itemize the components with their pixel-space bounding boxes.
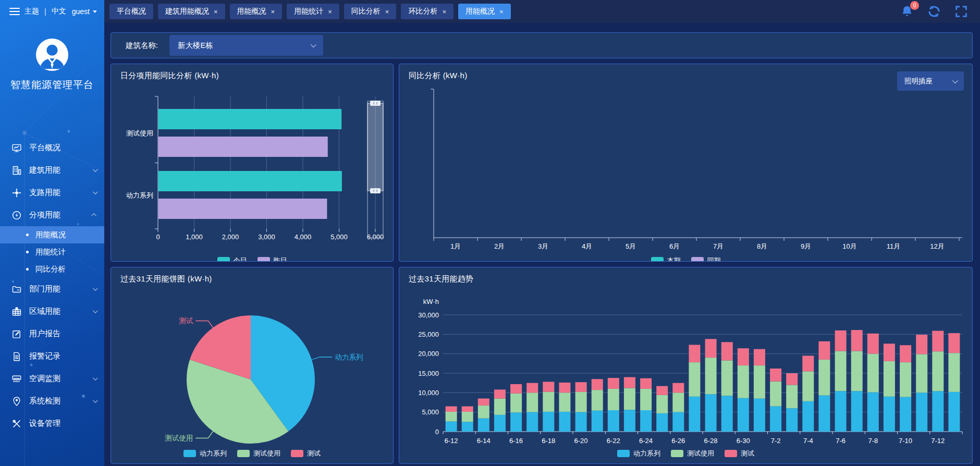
tab-label: 用能概况 <box>237 7 266 16</box>
svg-text:15,000: 15,000 <box>418 370 439 377</box>
svg-text:测试使用: 测试使用 <box>165 434 193 442</box>
svg-text:测试使用: 测试使用 <box>126 129 153 137</box>
svg-text:6,000: 6,000 <box>367 233 384 241</box>
sidebar-menu: 平台概况建筑用能支路用能分项用能用能概况用能统计同比分析部门用能区域用能用户报告… <box>0 137 104 435</box>
sidebar-item-device-management[interactable]: 设备管理 <box>0 412 104 435</box>
chevron-down-icon <box>93 286 98 291</box>
tab-close-icon[interactable]: × <box>442 8 446 15</box>
tab-close-icon[interactable]: × <box>499 8 504 15</box>
yoy-legend-item[interactable]: 同期 <box>691 256 721 262</box>
sidebar-subitem-energy-stats[interactable]: 用能统计 <box>0 243 104 261</box>
header-divider: | <box>44 7 46 16</box>
pie-legend-item[interactable]: 测试 <box>291 449 321 458</box>
svg-text:12月: 12月 <box>930 242 944 250</box>
sidebar-item-platform-overview[interactable]: 平台概况 <box>0 137 104 159</box>
svg-text:7-8: 7-8 <box>868 437 878 445</box>
svg-text:2,000: 2,000 <box>222 233 239 241</box>
pie-legend-item[interactable]: 动力系列 <box>183 449 227 458</box>
sidebar-item-system-check[interactable]: 系统检测 <box>0 390 104 412</box>
daily-yoy-legend-item[interactable]: 昨日 <box>258 256 287 262</box>
chevron-up-icon <box>91 213 96 218</box>
tab-label: 平台概况 <box>117 7 146 16</box>
svg-text:2月: 2月 <box>494 242 505 250</box>
trend-legend-item[interactable]: 动力系列 <box>617 449 660 458</box>
sidebar-subitem-energy-overview[interactable]: 用能概况 <box>0 226 104 243</box>
tab-building-energy-overview[interactable]: 建筑用能概况× <box>158 4 225 19</box>
building-select[interactable]: 新大楼E栋 <box>169 35 323 56</box>
tools-icon <box>11 419 22 429</box>
trend-legend-item[interactable]: 测试 <box>725 449 754 458</box>
yoy-line-chart: 1月2月3月4月5月6月7月8月9月10月11月12月 <box>399 64 973 261</box>
bullet-icon <box>26 251 29 253</box>
theme-switch[interactable]: 主题 <box>24 7 39 16</box>
tab-energy-overview-2[interactable]: 用能概况× <box>458 4 511 19</box>
chevron-down-icon <box>93 375 98 381</box>
sidebar-item-department-energy[interactable]: 部门用能 <box>0 278 104 300</box>
svg-text:30,000: 30,000 <box>418 311 439 319</box>
person-icon <box>36 39 68 71</box>
sidebar-item-branch-energy[interactable]: 支路用能 <box>0 181 104 204</box>
sidebar-subitem-label: 同比分析 <box>35 264 66 274</box>
bullet-icon <box>26 268 29 271</box>
svg-text:20,000: 20,000 <box>418 350 439 358</box>
sidebar-item-label: 建筑用能 <box>29 165 60 175</box>
tab-platform-overview[interactable]: 平台概况 <box>109 4 153 19</box>
trend-legend-item[interactable]: 测试使用 <box>671 449 714 458</box>
fullscreen-button[interactable] <box>954 4 969 19</box>
tab-bar: 平台概况建筑用能概况×用能概况×用能统计×同比分析×环比分析×用能概况× <box>104 4 511 19</box>
user-menu[interactable]: guest <box>72 7 97 16</box>
topbar: 平台概况建筑用能概况×用能概况×用能统计×同比分析×环比分析×用能概况× 0 <box>104 0 980 23</box>
svg-text:10,000: 10,000 <box>418 389 439 397</box>
folder-icon <box>11 284 22 295</box>
building-select-value: 新大楼E栋 <box>178 41 213 51</box>
svg-text:0: 0 <box>435 428 439 436</box>
svg-text:6-12: 6-12 <box>445 437 458 445</box>
panel-yoy-line: 同比分析 (kW·h) 照明插座 1月2月3月4月5月6月7月8月9月10月11… <box>399 64 973 262</box>
sidebar-item-ac-monitor[interactable]: 空调监测 <box>0 367 104 390</box>
notifications-button[interactable]: 0 <box>900 4 914 19</box>
menu-toggle-icon[interactable] <box>9 6 20 17</box>
chevron-down-icon <box>952 77 958 83</box>
tab-energy-overview-1[interactable]: 用能概况× <box>230 4 283 19</box>
tab-close-icon[interactable]: × <box>271 8 275 15</box>
svg-text:0: 0 <box>156 233 160 241</box>
refresh-button[interactable] <box>927 4 941 19</box>
hub-icon <box>11 188 22 198</box>
chevron-down-icon <box>93 189 98 194</box>
pen-icon <box>11 329 22 339</box>
svg-text:6-26: 6-26 <box>671 437 685 445</box>
tab-mom-analysis[interactable]: 环比分析× <box>401 4 454 19</box>
caret-down-icon <box>93 10 97 13</box>
chevron-down-icon <box>93 398 98 403</box>
tab-close-icon[interactable]: × <box>214 8 218 15</box>
svg-text:测试: 测试 <box>179 317 193 325</box>
sidebar: 主题 | 中文 guest 智慧能源管理平台 平台概况建筑用能支路用能分项用能用… <box>0 0 104 466</box>
tab-close-icon[interactable]: × <box>385 8 389 15</box>
svg-text:9月: 9月 <box>801 242 811 250</box>
yoy-legend: 本期同期 <box>399 256 972 262</box>
topbar-actions: 0 <box>900 4 969 19</box>
tab-yoy-analysis[interactable]: 同比分析× <box>344 4 397 19</box>
sidebar-subitem-yoy-analysis[interactable]: 同比分析 <box>0 261 104 278</box>
yoy-legend-item[interactable]: 本期 <box>651 256 681 262</box>
tab-close-icon[interactable]: × <box>328 8 332 15</box>
sidebar-item-user-report[interactable]: 用户报告 <box>0 323 104 345</box>
pie-legend-item[interactable]: 测试使用 <box>237 449 280 458</box>
map-icon <box>11 306 22 317</box>
sidebar-item-label: 支路用能 <box>29 188 60 198</box>
tab-energy-stats[interactable]: 用能统计× <box>287 4 339 19</box>
svg-text:4,000: 4,000 <box>295 233 312 241</box>
energy-trend-chart: 05,00010,00015,00020,00025,00030,000kW·h… <box>399 267 973 463</box>
building-name-label: 建筑名称: <box>126 41 158 51</box>
daily-yoy-legend-item[interactable]: 今日 <box>217 256 247 262</box>
svg-text:6-30: 6-30 <box>737 437 750 445</box>
sidebar-item-region-energy[interactable]: 区域用能 <box>0 300 104 323</box>
category-select-value: 照明插座 <box>904 77 933 86</box>
lang-switch[interactable]: 中文 <box>52 7 66 16</box>
sidebar-item-alarm-records[interactable]: 报警记录 <box>0 345 104 367</box>
category-select[interactable]: 照明插座 <box>897 71 964 91</box>
sidebar-item-subitem-energy[interactable]: 分项用能 <box>0 204 104 226</box>
svg-text:6-20: 6-20 <box>574 437 588 445</box>
sidebar-item-building-energy[interactable]: 建筑用能 <box>0 159 104 181</box>
doc-icon <box>11 351 22 362</box>
